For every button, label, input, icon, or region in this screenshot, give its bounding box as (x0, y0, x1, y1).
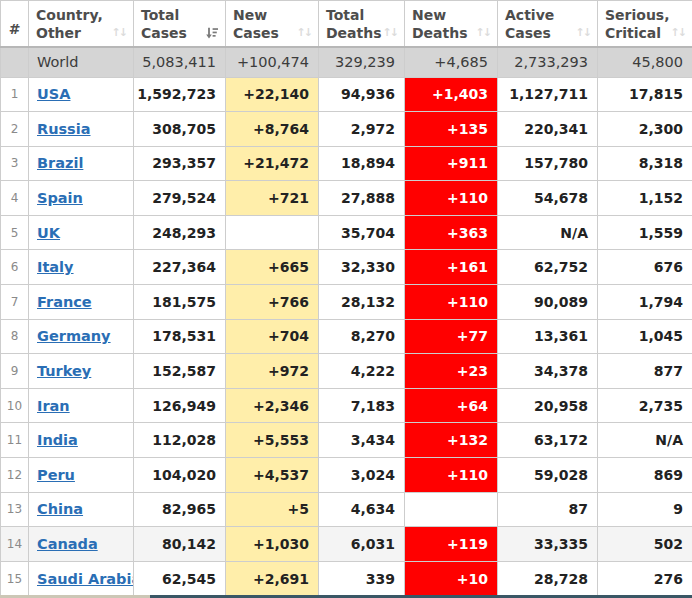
cell-new_deaths: +110 (405, 285, 498, 320)
cell-new_deaths: +77 (405, 319, 498, 354)
table-row: 7France181,575+76628,132+11090,0891,794 (1, 285, 692, 320)
cell-total_cases: 82,965 (134, 492, 226, 527)
cell-rank: 3 (1, 146, 29, 181)
country-link[interactable]: India (37, 432, 78, 448)
column-header-line2: Deaths (326, 24, 382, 42)
column-header-total_deaths[interactable]: TotalDeaths↑↓ (319, 1, 405, 48)
country-link[interactable]: Turkey (37, 363, 91, 379)
cell-country: UK (29, 215, 134, 250)
cell-new_cases: +1,030 (226, 527, 319, 562)
cell-total_cases: 62,545 (134, 561, 226, 596)
column-header-line1: Serious, (605, 6, 687, 24)
country-link[interactable]: China (37, 501, 83, 517)
cell-serious_critical: 17,815 (598, 77, 692, 112)
country-link[interactable]: Brazil (37, 155, 83, 171)
cell-total_cases: 80,142 (134, 527, 226, 562)
cell-total_deaths: 329,239 (319, 47, 405, 77)
cell-new_deaths: +1,403 (405, 77, 498, 112)
column-header-new_deaths[interactable]: NewDeaths↑↓ (405, 1, 498, 48)
country-link[interactable]: USA (37, 86, 70, 102)
cell-total_cases: 279,524 (134, 181, 226, 216)
sort-both-icon: ↑↓ (112, 24, 128, 42)
cell-new_cases (226, 215, 319, 250)
cell-rank: 4 (1, 181, 29, 216)
column-header-line1: New (412, 6, 492, 24)
sort-both-icon: ↑↓ (383, 24, 399, 42)
cell-country: Italy (29, 250, 134, 285)
cell-country: Russia (29, 112, 134, 147)
country-link[interactable]: Spain (37, 190, 83, 206)
country-link[interactable]: Russia (37, 121, 91, 137)
column-header-label: # (9, 21, 21, 37)
cell-total_deaths: 18,894 (319, 146, 405, 181)
cell-new_cases: +2,346 (226, 388, 319, 423)
table-row: 13China82,965+54,634879 (1, 492, 692, 527)
cell-active_cases: 220,341 (498, 112, 598, 147)
cell-total_cases: 152,587 (134, 354, 226, 389)
cell-new_cases: +4,537 (226, 458, 319, 493)
table-row: 4Spain279,524+72127,888+11054,6781,152 (1, 181, 692, 216)
column-header-total_cases[interactable]: TotalCases (134, 1, 226, 48)
table-row: 8Germany178,531+7048,270+7713,3611,045 (1, 319, 692, 354)
cell-country: Spain (29, 181, 134, 216)
country-link[interactable]: UK (37, 225, 60, 241)
cell-serious_critical: 2,735 (598, 388, 692, 423)
column-header-line1: Active (505, 6, 592, 24)
column-header-active_cases[interactable]: ActiveCases↑↓ (498, 1, 598, 48)
column-header-serious_critical[interactable]: Serious,Critical↑↓ (598, 1, 692, 48)
table-row: 10Iran126,949+2,3467,183+6420,9582,735 (1, 388, 692, 423)
column-header-line1: Country, (36, 6, 128, 24)
cell-new_cases: +8,764 (226, 112, 319, 147)
cell-new_deaths: +363 (405, 215, 498, 250)
cell-active_cases: 157,780 (498, 146, 598, 181)
cell-rank: 8 (1, 319, 29, 354)
table-row: 12Peru104,020+4,5373,024+11059,028869 (1, 458, 692, 493)
sort-both-icon: ↑↓ (576, 24, 592, 42)
cell-serious_critical: 676 (598, 250, 692, 285)
cell-rank: 9 (1, 354, 29, 389)
cell-total_deaths: 3,024 (319, 458, 405, 493)
cell-serious_critical: 1,152 (598, 181, 692, 216)
cell-active_cases: N/A (498, 215, 598, 250)
cell-new_cases: +22,140 (226, 77, 319, 112)
country-link[interactable]: Italy (37, 259, 74, 275)
cell-country: Iran (29, 388, 134, 423)
table-row: 15Saudi Arabia62,545+2,691339+1028,72827… (1, 561, 692, 596)
cell-active_cases: 54,678 (498, 181, 598, 216)
country-link[interactable]: Saudi Arabia (37, 571, 134, 587)
country-link[interactable]: Canada (37, 536, 98, 552)
cell-total_cases: 1,592,723 (134, 77, 226, 112)
cell-total_deaths: 32,330 (319, 250, 405, 285)
cell-serious_critical: 8,318 (598, 146, 692, 181)
column-header-country[interactable]: Country,Other↑↓ (29, 1, 134, 48)
cell-total_deaths: 4,634 (319, 492, 405, 527)
table-row: 5UK248,29335,704+363N/A1,559 (1, 215, 692, 250)
country-link[interactable]: Iran (37, 398, 70, 414)
cell-rank: 10 (1, 388, 29, 423)
column-header-line2: Other (36, 24, 81, 42)
world-row: World5,083,411+100,474329,239+4,6852,733… (1, 47, 692, 77)
sort-both-icon: ↑↓ (476, 24, 492, 42)
cell-rank: 12 (1, 458, 29, 493)
cell-serious_critical: 45,800 (598, 47, 692, 77)
cell-active_cases: 1,127,711 (498, 77, 598, 112)
country-link[interactable]: Peru (37, 467, 75, 483)
cell-serious_critical: 9 (598, 492, 692, 527)
country-link[interactable]: Germany (37, 328, 111, 344)
cell-total_deaths: 3,434 (319, 423, 405, 458)
column-header-new_cases[interactable]: NewCases↑↓ (226, 1, 319, 48)
cell-total_deaths: 339 (319, 561, 405, 596)
cell-country: France (29, 285, 134, 320)
cell-rank: 6 (1, 250, 29, 285)
cell-new_cases: +766 (226, 285, 319, 320)
column-header-line2: Cases (233, 24, 279, 42)
cell-rank: 15 (1, 561, 29, 596)
cell-new_deaths: +119 (405, 527, 498, 562)
cell-new_deaths: +10 (405, 561, 498, 596)
cell-new_cases: +972 (226, 354, 319, 389)
cell-total_deaths: 28,132 (319, 285, 405, 320)
country-link[interactable]: France (37, 294, 92, 310)
cell-new_deaths: +110 (405, 181, 498, 216)
cell-total_deaths: 7,183 (319, 388, 405, 423)
cell-serious_critical: 276 (598, 561, 692, 596)
